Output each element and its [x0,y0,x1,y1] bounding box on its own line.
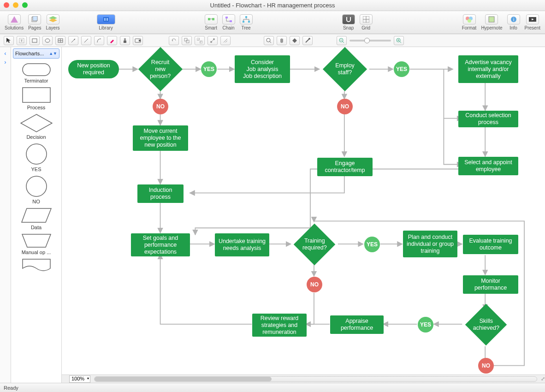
curve-tool[interactable] [94,36,104,45]
connector-tool[interactable] [207,36,218,45]
misc-tool[interactable] [220,36,231,45]
close-button[interactable] [4,2,9,8]
nav-back[interactable]: ‹ [4,50,6,57]
svg-line-52 [270,42,271,43]
ungroup-tool[interactable] [195,36,205,45]
svg-text:i: i [513,17,514,22]
smart-label: Smart [205,25,217,30]
shape-data[interactable]: Data [21,208,52,230]
bucket-tool[interactable] [290,36,300,45]
solutions-label: Solutions [5,25,24,30]
node-text: Move current employee to the new positio… [136,128,185,148]
rect-tool[interactable] [30,36,40,45]
node-induction[interactable]: Induction process [137,184,184,203]
node-yes-2[interactable]: YES [394,61,409,77]
text-tool[interactable]: T [17,36,27,45]
smart-button[interactable]: Smart [205,14,218,30]
svg-line-38 [84,39,88,42]
nav-forward[interactable]: › [4,59,6,65]
snap-label: Snap [343,25,354,30]
zoom-dropdown[interactable]: 100% [69,375,90,383]
shape-manual-op[interactable]: Manual op ... [22,234,51,255]
workspace: ‹ › Flowcharts... ▲▼ Terminator Process … [0,47,545,383]
format-button[interactable]: Format [462,14,477,30]
zoom-out[interactable] [337,36,347,45]
zoom-slider[interactable] [350,40,391,42]
pages-button[interactable]: Pages [28,14,41,30]
shape-process[interactable]: Process [22,87,51,110]
node-move-employee[interactable]: Move current employee to the new positio… [133,125,188,151]
node-monitor-performance[interactable]: Monitor performance [463,275,518,294]
group-tool[interactable] [182,36,192,45]
svg-line-61 [400,42,401,43]
grid-button[interactable]: Grid [360,14,373,30]
library-selector[interactable]: Flowcharts... ▲▼ [13,48,59,59]
snap-button[interactable]: Snap [342,14,355,30]
node-set-goals[interactable]: Set goals and performance expectations [131,233,190,256]
node-appraise-performance[interactable]: Appraise performance [330,315,384,334]
node-no-3[interactable]: NO [307,277,322,292]
shape-terminator[interactable]: Terminator [22,63,51,83]
library-label: Library [99,25,113,30]
zoom-button[interactable] [22,2,28,8]
zoom-in[interactable] [394,36,404,45]
present-button[interactable]: Present [525,14,540,30]
svg-marker-64 [21,114,52,132]
node-review-reward[interactable]: Review reward strategies and remuneratio… [252,314,307,337]
shape-decision[interactable]: Decision [20,114,53,140]
layers-button[interactable]: Layers [46,14,60,30]
pen-tool[interactable] [107,36,117,45]
svg-rect-7 [107,18,108,21]
svg-rect-47 [200,41,202,43]
svg-rect-62 [23,64,50,76]
node-yes-3[interactable]: YES [364,237,380,252]
node-text: Engage contractor/temp [320,160,370,174]
node-no-1[interactable]: NO [153,99,168,114]
pointer-tool[interactable] [4,36,14,45]
svg-marker-4 [49,18,57,22]
node-select-appoint[interactable]: Select and appoint employee [458,157,518,175]
hand-tool[interactable] [277,36,287,45]
node-engage-contractor[interactable]: Engage contractor/temp [317,158,373,176]
tree-button[interactable]: Tree [240,14,253,30]
minimize-button[interactable] [13,2,18,8]
shape-yes[interactable]: YES [26,143,47,172]
line-tool[interactable] [81,36,91,45]
node-consider-analysis[interactable]: Consider Job analysis Job description [235,55,290,83]
node-no-2[interactable]: NO [337,99,353,114]
format-label: Format [462,25,477,30]
chain-button[interactable]: Chain [222,14,235,30]
library-button[interactable]: Library [97,14,115,30]
undo-tool[interactable] [169,36,179,45]
node-evaluate-training[interactable]: Evaluate training outcome [463,235,518,254]
node-yes-1[interactable]: YES [201,61,217,77]
ellipse-tool[interactable] [42,36,53,45]
node-text: Set goals and performance expectations [134,235,187,255]
solutions-button[interactable]: Solutions [5,14,24,30]
svg-rect-63 [23,88,50,102]
node-plan-conduct-training[interactable]: Plan and conduct individual or group tra… [403,231,457,257]
left-nav-rail: ‹ › [0,47,11,383]
node-text: Select and appoint employee [461,159,515,173]
info-button[interactable]: i Info [507,14,520,30]
hypernote-button[interactable]: Hypernote [481,14,502,30]
svg-rect-9 [212,18,214,20]
node-new-position[interactable]: New position required [68,60,119,78]
node-undertake-analysis[interactable]: Undertake training needs analysis [215,233,269,256]
shape-document[interactable] [22,259,51,272]
horizontal-scrollbar[interactable] [94,376,537,382]
magnifier-tool[interactable] [264,36,274,45]
stamp-tool[interactable] [120,36,130,45]
table-tool[interactable] [55,36,65,45]
node-no-4[interactable]: NO [478,358,494,374]
node-conduct-selection[interactable]: Conduct selection process [458,111,518,127]
fit-icon[interactable]: ⤢ [541,376,545,382]
eyedropper-tool[interactable] [302,36,313,45]
canvas[interactable]: New position required Recruit new person… [62,47,545,374]
shape-no[interactable]: NO [26,176,47,204]
svg-rect-12 [230,20,232,22]
node-advertise-vacancy[interactable]: Advertise vacancy internally and/or exte… [458,55,518,83]
wallet-tool[interactable] [133,36,143,45]
node-yes-4[interactable]: YES [418,317,433,333]
arrow-tool[interactable] [68,36,78,45]
